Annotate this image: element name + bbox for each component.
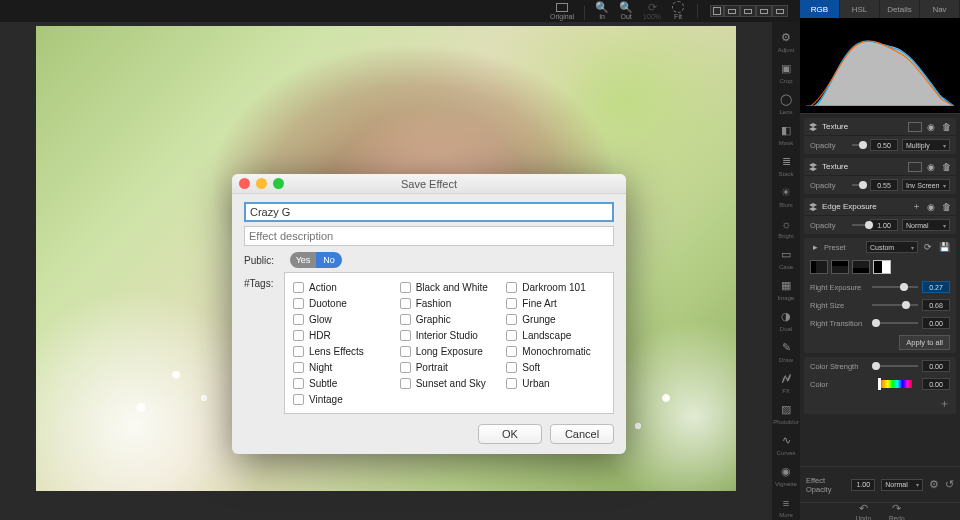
apply-all-button[interactable]: Apply to all [899, 335, 950, 350]
tag-checkbox[interactable]: Grunge [506, 311, 605, 327]
edge-left-thumb[interactable] [810, 260, 828, 274]
fx-tool[interactable]: 🗲FX [774, 369, 798, 396]
original-button[interactable]: Original [550, 2, 574, 20]
tag-checkbox[interactable]: Black and White [400, 279, 499, 295]
tag-checkbox[interactable]: Action [293, 279, 392, 295]
zoom-window-icon[interactable] [273, 178, 284, 189]
save-preset-icon[interactable]: 💾 [938, 241, 950, 253]
tag-checkbox[interactable]: Fashion [400, 295, 499, 311]
image-tool[interactable]: ▦Image [774, 276, 798, 303]
draw-tool[interactable]: ✎Draw [774, 338, 798, 365]
zoom-out-button[interactable]: 🔍 Out [619, 2, 633, 20]
more-tool[interactable]: ≡More [774, 493, 798, 520]
tag-checkbox[interactable]: Duotone [293, 295, 392, 311]
blend-select[interactable]: Multiply▾ [902, 139, 950, 151]
photogrid-tool[interactable]: ▨Photoblur [774, 400, 798, 427]
effect-opacity-value[interactable]: 1.00 [851, 479, 875, 491]
add-icon[interactable]: ＋ [910, 201, 922, 213]
tag-checkbox[interactable]: Monochromatic [506, 343, 605, 359]
tag-checkbox[interactable]: Urban [506, 375, 605, 391]
color-value[interactable]: 0.00 [922, 378, 950, 390]
highlight-tool[interactable]: ☼Bright [774, 214, 798, 241]
blend-select[interactable]: Normal▾ [902, 219, 950, 231]
zoom-reset-button[interactable]: ⟳ 100% [643, 2, 661, 20]
chevron-right-icon[interactable]: ▸ [810, 241, 820, 253]
dialog-titlebar[interactable]: Save Effect [232, 174, 626, 194]
layer-tool[interactable]: ▭Case [774, 245, 798, 272]
lens-tool[interactable]: ◯Lens [774, 90, 798, 117]
preview-thumb-icon[interactable] [908, 122, 922, 132]
curves-tool[interactable]: ∿Curves [774, 431, 798, 458]
preview-thumb-icon[interactable] [908, 162, 922, 172]
trash-icon[interactable]: 🗑 [940, 201, 952, 213]
opacity-value[interactable]: 0.50 [870, 139, 898, 151]
right-exposure-value[interactable]: 0.27 [922, 281, 950, 293]
tag-checkbox[interactable]: Interior Studio [400, 327, 499, 343]
color-strength-slider[interactable] [872, 362, 918, 370]
right-size-value[interactable]: 0.68 [922, 299, 950, 311]
edge-top-thumb[interactable] [831, 260, 849, 274]
opacity-value[interactable]: 0.55 [870, 179, 898, 191]
right-size-slider[interactable] [872, 301, 918, 309]
undo-button[interactable]: ↶Undo [855, 502, 871, 521]
tag-checkbox[interactable]: Subtle [293, 375, 392, 391]
zoom-in-button[interactable]: 🔍 In [595, 2, 609, 20]
tag-checkbox[interactable]: Fine Art [506, 295, 605, 311]
hue-slider[interactable] [878, 380, 912, 388]
dual-tool[interactable]: ◑Dual [774, 307, 798, 334]
right-transition-slider[interactable] [872, 319, 918, 327]
right-exposure-slider[interactable] [872, 283, 918, 291]
opacity-slider[interactable] [852, 221, 866, 229]
edge-right-thumb[interactable] [873, 260, 891, 274]
tag-checkbox[interactable]: Glow [293, 311, 392, 327]
trash-icon[interactable]: 🗑 [940, 121, 952, 133]
public-toggle[interactable]: Yes No [290, 252, 342, 268]
tag-checkbox[interactable]: Sunset and Sky [400, 375, 499, 391]
tab-details[interactable]: Details [880, 0, 920, 18]
tab-hsl[interactable]: HSL [840, 0, 880, 18]
opacity-slider[interactable] [852, 141, 866, 149]
tag-checkbox[interactable]: Lens Effects [293, 343, 392, 359]
opacity-value[interactable]: 1.00 [870, 219, 898, 231]
ok-button[interactable]: OK [478, 424, 542, 444]
effect-blend-select[interactable]: Normal▾ [881, 479, 923, 491]
eye-icon[interactable]: ◉ [925, 161, 937, 173]
color-strength-value[interactable]: 0.00 [922, 360, 950, 372]
eye-icon[interactable]: ◉ [925, 201, 937, 213]
tag-checkbox[interactable]: Graphic [400, 311, 499, 327]
preset-select[interactable]: Custom▾ [866, 241, 918, 253]
eye-icon[interactable]: ◉ [925, 121, 937, 133]
tag-checkbox[interactable]: Night [293, 359, 392, 375]
tab-rgb[interactable]: RGB [800, 0, 840, 18]
blurs-tool[interactable]: ☀Blurs [774, 183, 798, 210]
adjust-tool[interactable]: ⚙Adjust [774, 28, 798, 55]
opacity-slider[interactable] [852, 181, 866, 189]
add-layer-icon[interactable]: ＋ [939, 396, 950, 411]
tag-checkbox[interactable]: HDR [293, 327, 392, 343]
tag-checkbox[interactable]: Darkroom 101 [506, 279, 605, 295]
tag-checkbox[interactable]: Soft [506, 359, 605, 375]
trash-icon[interactable]: 🗑 [940, 161, 952, 173]
redo-button[interactable]: ↷Redo [889, 502, 905, 521]
edge-bottom-thumb[interactable] [852, 260, 870, 274]
refresh-icon[interactable]: ⟳ [922, 241, 934, 253]
blend-select[interactable]: Inv Screen▾ [902, 179, 950, 191]
right-transition-value[interactable]: 0.00 [922, 317, 950, 329]
close-icon[interactable] [239, 178, 250, 189]
tag-checkbox[interactable]: Landscape [506, 327, 605, 343]
cog-button[interactable]: ⚙ [929, 478, 939, 491]
mask-tool[interactable]: ◧Mask [774, 121, 798, 148]
vignette-tool[interactable]: ◉Vignette [774, 462, 798, 489]
crop-tool[interactable]: ▣Crop [774, 59, 798, 86]
view-mode-switcher[interactable] [710, 5, 788, 17]
effect-description-input[interactable] [244, 226, 614, 246]
cancel-button[interactable]: Cancel [550, 424, 614, 444]
tag-checkbox[interactable]: Portrait [400, 359, 499, 375]
tag-checkbox[interactable]: Vintage [293, 391, 392, 407]
fit-button[interactable]: Fit [671, 2, 685, 20]
tab-nav[interactable]: Nav [920, 0, 960, 18]
tag-checkbox[interactable]: Long Exposure [400, 343, 499, 359]
stack-tool[interactable]: ≣Stack [774, 152, 798, 179]
effect-name-input[interactable] [244, 202, 614, 222]
reset-button[interactable]: ↺ [945, 478, 954, 491]
